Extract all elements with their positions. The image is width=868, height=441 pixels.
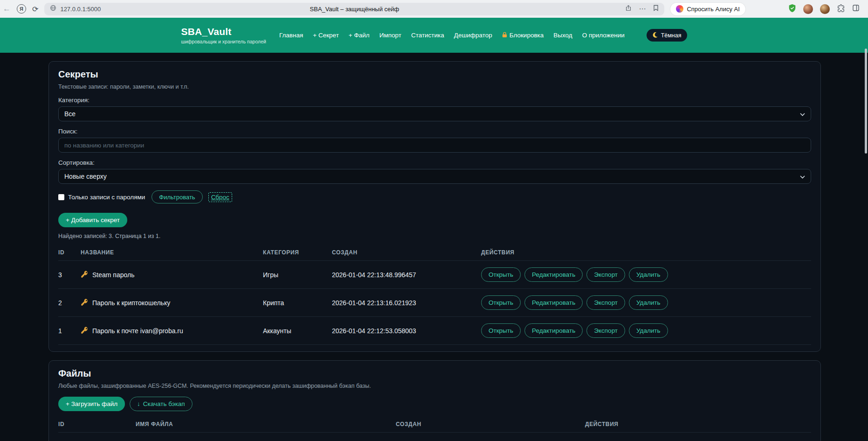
search-input[interactable]	[58, 138, 811, 153]
download-backup-button[interactable]: ↓ Скачать бэкап	[130, 397, 193, 411]
nav-item-import[interactable]: Импорт	[379, 32, 401, 39]
theme-toggle[interactable]: Тёмная	[647, 29, 687, 42]
secrets-table: ID НАЗВАНИЕ КАТЕГОРИЯ СОЗДАН ДЕЙСТВИЯ 3 …	[58, 244, 811, 345]
key-icon	[81, 270, 89, 280]
table-header-row: ID НАЗВАНИЕ КАТЕГОРИЯ СОЗДАН ДЕЙСТВИЯ	[58, 244, 811, 261]
url-text: 127.0.0.1:5000	[60, 6, 101, 13]
address-bar[interactable]: 127.0.0.1:5000 SBA_Vault – защищённый се…	[44, 3, 664, 15]
avatar[interactable]	[803, 4, 813, 14]
table-row: 3 Steam пароль Игры 2026-01-04 22:13:48.…	[58, 261, 811, 289]
search-label: Поиск:	[58, 128, 811, 135]
export-button[interactable]: Экспорт	[586, 295, 625, 310]
back-icon[interactable]: ←	[3, 4, 11, 14]
secret-created: 2026-01-04 22:13:16.021923	[332, 299, 481, 307]
secret-name: Пароль к криптокошельку	[92, 299, 170, 307]
table-header-row: ID ИМЯ ФАЙЛА СОЗДАН ДЕЙСТВИЯ	[58, 416, 811, 433]
files-card: Файлы Любые файлы, зашифрованные AES-256…	[48, 360, 821, 441]
filter-button[interactable]: Фильтровать	[152, 190, 202, 203]
avatar[interactable]	[820, 4, 830, 14]
alice-button[interactable]: Спросить Алису AI	[670, 3, 745, 15]
browser-chrome: ← Я ⟳ 127.0.0.1:5000 SBA_Vault – защищён…	[0, 0, 868, 18]
export-button[interactable]: Экспорт	[586, 267, 625, 282]
edit-button[interactable]: Редактировать	[524, 267, 583, 282]
open-button[interactable]: Открыть	[481, 295, 521, 310]
yandex-button[interactable]: Я	[17, 4, 26, 14]
col-filename: ИМЯ ФАЙЛА	[136, 421, 396, 427]
more-icon[interactable]: ⋯	[639, 5, 646, 13]
sort-select[interactable]: Новые сверху	[58, 169, 811, 184]
delete-button[interactable]: Удалить	[629, 323, 668, 338]
delete-button[interactable]: Удалить	[629, 295, 668, 310]
edit-button[interactable]: Редактировать	[524, 295, 583, 310]
nav-item-add-file[interactable]: + Файл	[349, 32, 370, 39]
col-created: СОЗДАН	[332, 249, 481, 256]
alice-icon	[676, 5, 683, 13]
col-category: КАТЕГОРИЯ	[263, 249, 332, 256]
download-icon: ↓	[137, 400, 140, 407]
share-icon[interactable]	[625, 5, 632, 13]
edit-button[interactable]: Редактировать	[524, 323, 583, 338]
nav-item-decryptor[interactable]: Дешифратор	[454, 32, 492, 39]
reload-icon[interactable]: ⟳	[32, 5, 38, 14]
bookmark-icon[interactable]	[653, 5, 659, 13]
key-icon	[81, 326, 89, 336]
secrets-subtitle: Текстовые записи: пароли, заметки, ключи…	[58, 84, 811, 90]
app-subtitle: шифровальщик и хранитель паролей	[181, 39, 266, 44]
page-content: Секреты Текстовые записи: пароли, заметк…	[0, 53, 868, 441]
nav-item-add-secret[interactable]: + Секрет	[313, 32, 339, 39]
col-id: ID	[58, 249, 81, 256]
export-button[interactable]: Экспорт	[586, 323, 625, 338]
category-label: Категория:	[58, 97, 811, 104]
secret-name: Steam пароль	[92, 271, 134, 279]
files-table: ID ИМЯ ФАЙЛА СОЗДАН ДЕЙСТВИЯ	[58, 416, 811, 433]
theme-label: Тёмная	[661, 32, 682, 39]
category-select[interactable]: Все	[58, 106, 811, 121]
reset-link[interactable]: Сброс	[208, 192, 232, 202]
sort-value: Новые сверху	[64, 173, 107, 180]
secret-id: 2	[58, 299, 81, 307]
lock-icon	[502, 32, 507, 39]
open-button[interactable]: Открыть	[481, 323, 521, 338]
add-secret-button[interactable]: + Добавить секрет	[58, 213, 127, 227]
files-title: Файлы	[58, 368, 811, 379]
secret-category: Аккаунты	[263, 327, 332, 335]
protect-shield-icon[interactable]	[788, 4, 796, 14]
col-id: ID	[58, 421, 136, 427]
scrollbar[interactable]	[865, 49, 867, 154]
upload-file-button[interactable]: + Загрузить файл	[58, 397, 125, 411]
yandex-icon: Я	[17, 4, 26, 14]
app-header: SBA_Vault шифровальщик и хранитель парол…	[0, 18, 868, 53]
col-actions: ДЕЙСТВИЯ	[481, 249, 811, 256]
table-row: 1 Пароль к почте ivan@proba.ru Аккаунты …	[58, 317, 811, 345]
secret-created: 2026-01-04 22:13:48.996457	[332, 271, 481, 279]
secret-created: 2026-01-04 22:12:53.058003	[332, 327, 481, 335]
secrets-title: Секреты	[58, 69, 811, 80]
col-created: СОЗДАН	[396, 421, 585, 427]
nav-item-lock[interactable]: Блокировка	[502, 32, 544, 39]
secret-id: 1	[58, 327, 81, 335]
chevron-down-icon	[800, 173, 805, 180]
alice-label: Спросить Алису AI	[687, 6, 739, 13]
secret-name: Пароль к почте ivan@proba.ru	[92, 327, 183, 335]
tab-title: SBA_Vault – защищённый сейф	[44, 6, 664, 13]
secret-category: Игры	[263, 271, 332, 279]
secrets-card: Секреты Текстовые записи: пароли, заметк…	[48, 61, 821, 352]
secret-category: Крипта	[263, 299, 332, 307]
nav-item-about[interactable]: О приложении	[582, 32, 625, 39]
nav-item-stats[interactable]: Статистика	[411, 32, 444, 39]
brand: SBA_Vault шифровальщик и хранитель парол…	[181, 26, 266, 44]
delete-button[interactable]: Удалить	[629, 267, 668, 282]
secret-id: 3	[58, 271, 81, 279]
table-row: 2 Пароль к криптокошельку Крипта 2026-01…	[58, 289, 811, 317]
extensions-puzzle-icon[interactable]	[837, 4, 845, 14]
passwords-only-checkbox[interactable]	[58, 194, 64, 200]
nav-item-logout[interactable]: Выход	[553, 32, 572, 39]
tabs-panel-icon[interactable]	[852, 4, 860, 14]
passwords-only-label: Только записи с паролями	[68, 194, 145, 201]
globe-icon	[50, 5, 56, 13]
col-actions: ДЕЙСТВИЯ	[585, 421, 811, 427]
files-subtitle: Любые файлы, зашифрованные AES-256-GCM. …	[58, 383, 811, 389]
nav-item-home[interactable]: Главная	[279, 32, 303, 39]
open-button[interactable]: Открыть	[481, 267, 521, 282]
records-summary: Найдено записей: 3. Страница 1 из 1.	[58, 233, 811, 239]
